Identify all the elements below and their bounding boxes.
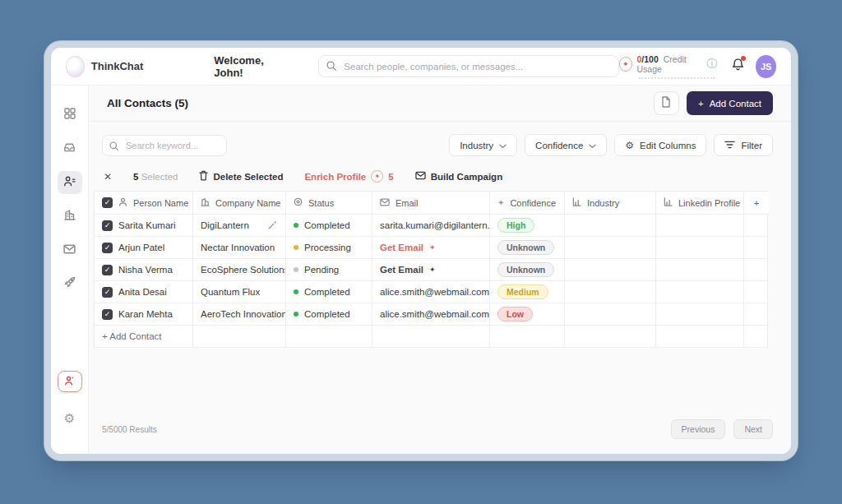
sidebar-item-companies[interactable] [58, 205, 82, 228]
filter-button[interactable]: Filter [714, 134, 773, 156]
col-status[interactable]: Status [286, 192, 372, 215]
brand-name: ThinkChat [91, 60, 144, 72]
info-icon[interactable]: ⓘ [706, 57, 717, 72]
sidebar-enrich-button[interactable] [58, 371, 82, 392]
col-company-name[interactable]: Company Name [193, 192, 286, 215]
status-dot [294, 223, 298, 228]
confidence-badge: Unknown [497, 262, 554, 277]
row-checkbox[interactable]: ✓ [102, 265, 113, 275]
credit-progress-bar [639, 77, 715, 79]
gear-icon: ⚙ [625, 140, 634, 151]
chevron-down-icon [499, 141, 507, 150]
status-text: Pending [304, 265, 339, 275]
settings-gear-icon: ⚙ [64, 411, 75, 426]
bar-chart-icon [664, 197, 673, 208]
status-target-icon [294, 197, 303, 208]
results-count: 5/5000 Results [102, 425, 157, 434]
filter-icon [724, 141, 735, 150]
sidebar-item-settings[interactable]: ⚙ [58, 407, 82, 430]
export-button[interactable] [654, 91, 679, 115]
add-contact-inline-button[interactable]: + Add Contact [95, 326, 193, 348]
row-checkbox[interactable]: ✓ [102, 220, 113, 231]
notification-bell-icon[interactable] [731, 58, 745, 75]
global-search [318, 55, 619, 77]
title-row: All Contacts (5) + Add Contact [89, 86, 791, 122]
person-name: Nisha Verma [118, 265, 173, 275]
welcome-text: Welcome, John! [214, 54, 285, 79]
get-email-button[interactable]: Get Email [380, 243, 423, 252]
col-person-name[interactable]: ✓ Person Name ⇅ [95, 192, 193, 215]
add-column-button[interactable]: + [744, 192, 769, 215]
previous-button[interactable]: Previous [671, 419, 726, 439]
row-checkbox[interactable]: ✓ [102, 309, 113, 320]
sidebar: ⚙ [51, 86, 89, 454]
email-text: alice.smith@webmail.com [380, 309, 489, 319]
global-search-input[interactable] [318, 55, 619, 77]
enrich-profile-button[interactable]: Enrich Profile ✦ 5 [304, 170, 393, 183]
dashboard-grid-icon [64, 108, 76, 123]
delete-selected-button[interactable]: Delete Selected [199, 170, 283, 183]
sidebar-item-inbox[interactable] [58, 137, 82, 160]
build-campaign-button[interactable]: Build Campaign [415, 171, 503, 182]
add-contact-button[interactable]: + Add Contact [687, 91, 773, 115]
table-row: ✓Karan Mehta AeroTech Innovations Comple… [95, 303, 767, 326]
envelope-icon [415, 171, 426, 182]
sparkle-icon: ✦ [429, 266, 436, 274]
close-icon[interactable]: ✕ [104, 171, 112, 183]
sparkle-icon: ✦ [497, 199, 504, 207]
brand-logo [66, 56, 85, 77]
col-linkedin-profile[interactable]: Linkedin Profile [656, 192, 744, 215]
confidence-dropdown[interactable]: Confidence [525, 134, 607, 156]
edit-columns-button[interactable]: ⚙ Edit Columns [614, 134, 706, 156]
row-checkbox[interactable]: ✓ [102, 287, 113, 298]
linkedin-cell [656, 259, 744, 281]
col-email[interactable]: Email [372, 192, 490, 215]
magic-wand-icon[interactable] [267, 220, 278, 232]
confidence-badge: Medium [497, 284, 548, 299]
page-title: All Contacts (5) [107, 97, 188, 109]
confidence-badge: High [497, 218, 534, 233]
chevron-down-icon [589, 141, 596, 150]
credit-usage: ✦ 0/100 Credit Usage ⓘ [619, 54, 717, 79]
search-icon [326, 60, 337, 75]
table-row: ✓Anita Desai Quantum Flux Completed alic… [95, 281, 767, 303]
email-text: sarita.kumari@digilantern.in [380, 220, 490, 230]
company-name: EcoSphere Solutions [201, 265, 286, 275]
sidebar-item-mail[interactable] [58, 238, 82, 261]
company-name: AeroTech Innovations [201, 309, 286, 319]
sidebar-item-contacts[interactable] [58, 171, 82, 194]
col-confidence[interactable]: ✦ Confidence [490, 192, 565, 215]
status-dot [294, 289, 298, 294]
sidebar-item-campaigns[interactable] [58, 272, 82, 295]
company-name: Quantum Flux [201, 287, 260, 297]
row-checkbox[interactable]: ✓ [102, 243, 113, 253]
person-name: Sarita Kumari [118, 220, 176, 230]
status-dot [294, 267, 298, 272]
next-button[interactable]: Next [733, 419, 773, 439]
table-row: ✓Arjun Patel Nectar Innovation Processin… [95, 237, 767, 259]
search-icon [109, 140, 119, 155]
envelope-icon [380, 198, 390, 208]
keyword-search-input[interactable] [102, 135, 227, 156]
table-row: ✓Sarita Kumari DigiLantern Completed sar… [95, 215, 767, 237]
plus-icon: + [698, 99, 704, 109]
bar-chart-icon [572, 197, 581, 208]
table-footer: 5/5000 Results Previous Next [89, 419, 791, 454]
linkedin-cell [656, 237, 744, 259]
company-name: DigiLantern [201, 220, 249, 230]
credit-sparkle-icon: ✦ [619, 57, 632, 72]
select-all-checkbox[interactable]: ✓ [102, 197, 113, 208]
selected-count: 5 Selected [133, 172, 178, 182]
linkedin-cell [656, 303, 744, 326]
email-text: alice.smith@webmail.com [380, 287, 489, 297]
industry-cell [565, 259, 656, 281]
col-industry[interactable]: Industry [565, 192, 656, 215]
sidebar-item-dashboard[interactable] [58, 104, 82, 127]
user-avatar[interactable]: JS [756, 55, 776, 78]
person-name: Anita Desai [118, 287, 167, 297]
get-email-button[interactable]: Get Email [380, 265, 423, 275]
table-row: ✓Nisha Verma EcoSphere Solutions Pending… [95, 259, 767, 281]
industry-dropdown[interactable]: Industry [449, 134, 517, 156]
building-icon [64, 209, 76, 224]
status-text: Processing [304, 243, 351, 252]
